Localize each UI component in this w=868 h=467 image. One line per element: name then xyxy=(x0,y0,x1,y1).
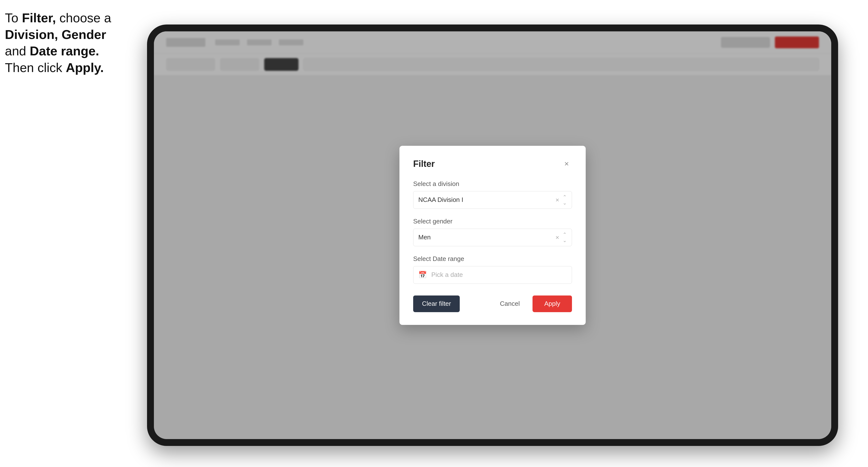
cancel-button[interactable]: Cancel xyxy=(491,295,529,312)
division-clear-icon[interactable]: × xyxy=(556,197,559,203)
division-controls: × ⌃⌄ xyxy=(556,194,567,206)
instruction-line4: Then click Apply. xyxy=(5,61,104,75)
division-select[interactable]: NCAA Division I × ⌃⌄ xyxy=(413,191,572,209)
division-arrow-icon: ⌃⌄ xyxy=(563,194,567,206)
filter-modal: Filter × Select a division NCAA Division… xyxy=(399,146,586,325)
division-value: NCAA Division I xyxy=(418,196,463,204)
date-label: Select Date range xyxy=(413,255,572,263)
instruction-line1: To Filter, choose a xyxy=(5,11,111,25)
gender-select[interactable]: Men × ⌃⌄ xyxy=(413,228,572,246)
modal-title: Filter xyxy=(413,159,435,169)
division-form-group: Select a division NCAA Division I × ⌃⌄ xyxy=(413,180,572,209)
modal-footer: Clear filter Cancel Apply xyxy=(413,295,572,312)
instruction-text: To Filter, choose a Division, Gender and… xyxy=(5,10,142,76)
gender-arrow-icon: ⌃⌄ xyxy=(563,231,567,243)
instruction-line3: and Date range. xyxy=(5,44,99,58)
tablet-frame: Filter × Select a division NCAA Division… xyxy=(147,25,838,446)
division-label: Select a division xyxy=(413,180,572,188)
gender-controls: × ⌃⌄ xyxy=(556,231,567,243)
calendar-icon: 📅 xyxy=(418,271,427,279)
gender-label: Select gender xyxy=(413,218,572,225)
instruction-line2: Division, Gender xyxy=(5,27,106,42)
gender-value: Men xyxy=(418,234,431,241)
date-placeholder: Pick a date xyxy=(431,271,463,279)
gender-form-group: Select gender Men × ⌃⌄ xyxy=(413,218,572,246)
clear-filter-button[interactable]: Clear filter xyxy=(413,295,460,312)
date-input[interactable]: 📅 Pick a date xyxy=(413,266,572,284)
apply-button[interactable]: Apply xyxy=(532,295,572,312)
tablet-screen: Filter × Select a division NCAA Division… xyxy=(154,31,831,439)
date-form-group: Select Date range 📅 Pick a date xyxy=(413,255,572,284)
modal-overlay: Filter × Select a division NCAA Division… xyxy=(154,31,831,439)
modal-header: Filter × xyxy=(413,158,572,169)
gender-clear-icon[interactable]: × xyxy=(556,234,559,241)
modal-close-button[interactable]: × xyxy=(561,158,572,169)
